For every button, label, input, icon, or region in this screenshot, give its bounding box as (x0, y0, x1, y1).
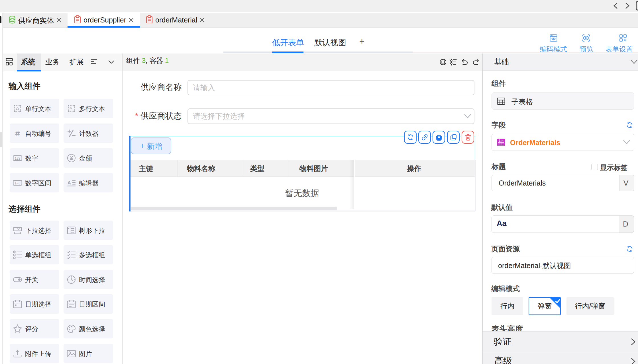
svg-text:1:n: 1:n (499, 139, 504, 142)
svg-text:1~3: 1~3 (15, 181, 21, 185)
svg-text:123: 123 (15, 157, 20, 161)
svg-text:A: A (16, 106, 19, 112)
svg-text:A: A (70, 106, 72, 110)
svg-text:#: # (15, 129, 20, 138)
svg-text:A: A (68, 180, 71, 186)
